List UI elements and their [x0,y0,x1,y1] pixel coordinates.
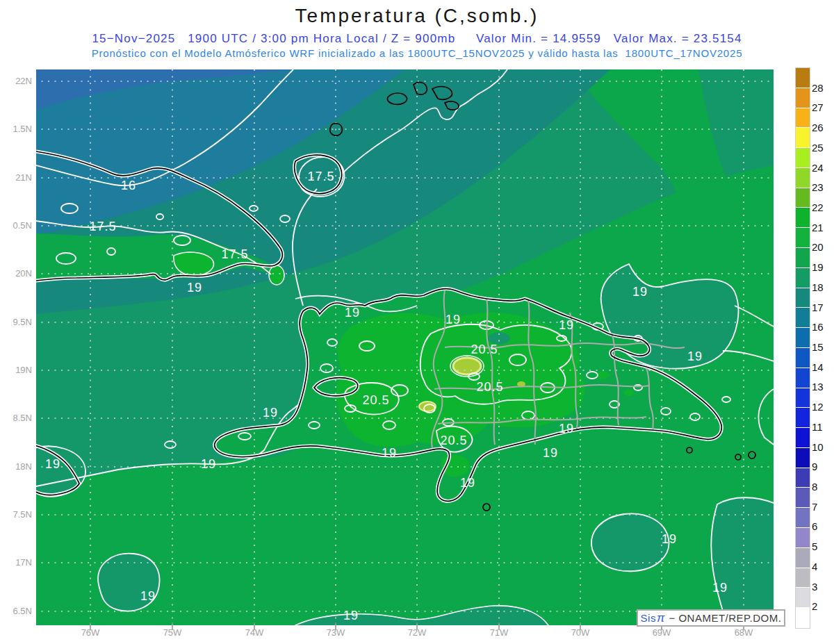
colorbar-cell-19 [796,448,810,468]
contour-label-19: 19 [187,281,202,295]
x-tick-74W: 74W [234,627,275,638]
colorbar-label-23: 23 [812,181,833,193]
colorbar-cell-21 [796,488,810,508]
contour-label-19: 19 [445,313,461,327]
colorbar-cell-5 [796,168,810,188]
x-tick-72W: 72W [396,627,438,638]
colorbar-label-17: 17 [812,302,833,313]
colorbar-label-13: 13 [812,381,833,393]
y-tick-22N: 22N [0,76,32,86]
x-tick-75W: 75W [152,627,193,638]
colorbar-label-5: 5 [812,540,833,552]
colorbar-cell-11 [796,288,810,308]
colorbar-cell-8 [796,228,810,248]
colorbar-cell-23 [796,528,810,548]
contour-label-19: 19 [662,532,677,546]
y-tick-7.5N: 7.5N [0,509,32,520]
colorbar-label-7: 7 [812,501,833,513]
x-tick-68W: 68W [723,627,764,638]
colorbar-cell-4 [796,148,810,168]
colorbar-label-26: 26 [812,122,833,133]
y-tick-18N: 18N [0,461,32,472]
contour-label-19: 19 [712,581,728,595]
contour-label-19: 19 [382,446,397,460]
colorbar-label-10: 10 [812,441,833,453]
colorbar-label-9: 9 [812,461,833,472]
contour-label-19: 19 [345,306,360,320]
colorbar-cell-20 [796,468,810,488]
contour-label-19: 19 [201,457,216,471]
colorbar-label-19: 19 [812,261,833,273]
contour-label-20.5: 20.5 [471,342,498,356]
colorbar-cell-16 [796,388,810,408]
contour-label-20.5: 20.5 [362,393,389,407]
colorbar-cell-2 [796,108,810,129]
colorbar-cell-17 [796,408,810,428]
source-badge: Sisπ − ONAMET/REP.DOM. [637,609,785,627]
contour-label-16: 16 [121,179,136,192]
colorbar-label-25: 25 [812,142,833,154]
colorbar-cell-25 [796,568,810,588]
y-tick-0.5N: 0.5N [0,220,32,231]
colorbar-label-16: 16 [812,321,833,333]
contour-label-20.5: 20.5 [476,380,503,394]
y-tick-6.5N: 6.5N [0,606,32,616]
colorbar-label-14: 14 [812,361,833,373]
contour-label-17.5: 17.5 [307,170,334,183]
contour-label-19: 19 [343,609,359,622]
contour-label-19: 19 [460,476,475,490]
y-tick-20N: 20N [0,268,32,279]
x-tick-71W: 71W [478,627,520,638]
colorbar-cell-15 [796,368,810,388]
colorbar-label-4: 4 [812,561,833,572]
colorbar-cell-6 [796,188,810,208]
y-tick-1.5N: 1.5N [0,124,32,134]
colorbar-cell-24 [796,548,810,568]
y-tick-17N: 17N [0,557,32,568]
colorbar-label-6: 6 [812,520,833,532]
badge-sis-text: Sis [641,612,656,624]
colorbar-cell-9 [796,248,810,268]
colorbar-cell-3 [796,128,810,148]
contour-label-17.5: 17.5 [221,247,248,261]
contour-label-19: 19 [140,589,156,603]
colorbar-label-12: 12 [812,401,833,413]
contour-label-19: 19 [263,406,278,420]
x-tick-76W: 76W [70,627,111,638]
y-tick-19N: 19N [0,365,32,375]
contour-label-19: 19 [559,422,574,436]
contour-label-19: 19 [687,349,703,363]
colorbar-cell-12 [796,308,810,328]
contour-label-19: 19 [45,457,60,471]
colorbar-label-24: 24 [812,162,833,174]
colorbar-label-27: 27 [812,101,833,113]
x-tick-73W: 73W [315,627,357,638]
colorbar-label-2: 2 [812,600,833,612]
colorbar-label-11: 11 [812,421,833,433]
colorbar-label-15: 15 [812,341,833,353]
colorbar-cell-10 [796,268,810,288]
colorbar-cell-22 [796,508,810,528]
y-tick-21N: 21N [0,172,32,183]
colorbar-label-28: 28 [812,82,833,94]
colorbar-cell-1 [796,88,810,108]
contour-label-19: 19 [543,446,558,460]
colorbar-cell-27 [796,608,810,628]
colorbar-cell-26 [796,588,810,608]
contour-label-19: 19 [632,285,648,299]
colorbar-cell-13 [796,328,810,348]
colorbar-label-22: 22 [812,201,833,213]
colorbar-label-20: 20 [812,241,833,253]
temperature-map-canvas: 1617.517.517.519191919191919191919191919… [0,0,834,644]
colorbar-label-8: 8 [812,481,833,493]
x-tick-70W: 70W [559,627,601,638]
colorbar-cell-0 [796,68,810,88]
contour-label-19: 19 [559,318,574,332]
badge-onamet-text: − ONAMET/REP.DOM. [666,612,782,624]
x-tick-69W: 69W [641,627,682,638]
colorbar-cell-14 [796,348,810,368]
pi-icon: π [657,611,665,625]
contour-label-20.5: 20.5 [440,434,467,447]
colorbar-cell-18 [796,428,810,448]
colorbar-label-18: 18 [812,281,833,293]
